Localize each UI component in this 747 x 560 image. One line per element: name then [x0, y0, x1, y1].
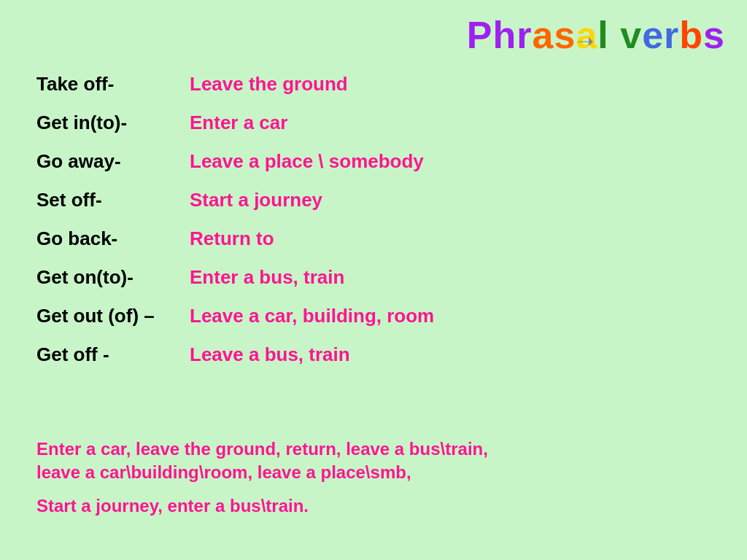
term-label: Get in(to)-	[36, 112, 182, 134]
definition-label: Leave a bus, train	[190, 343, 350, 366]
definition-label: Return to	[190, 228, 274, 250]
term-label: Get off -	[36, 343, 182, 366]
definition-label: Leave a place \ somebody	[190, 150, 424, 173]
definition-label: Enter a bus, train	[190, 266, 344, 289]
table-row: Get on(to)-Enter a bus, train	[36, 266, 434, 289]
term-label: Set off-	[36, 189, 182, 211]
term-label: Get on(to)-	[36, 266, 182, 289]
arrow-decoration: ➝	[577, 29, 594, 53]
term-label: Get out (of) –	[36, 305, 182, 327]
table-row: Get off -Leave a bus, train	[36, 343, 434, 366]
term-label: Go away-	[36, 150, 182, 173]
summary-line-1: Enter a car, leave the ground, return, l…	[36, 439, 725, 459]
table-row: Go back-Return to	[36, 228, 434, 250]
definition-label: Leave a car, building, room	[190, 305, 434, 327]
phrasal-verbs-list: Take off-Leave the groundGet in(to)-Ente…	[36, 73, 434, 382]
definition-label: Enter a car	[190, 112, 287, 134]
table-row: Get out (of) –Leave a car, building, roo…	[36, 305, 434, 327]
definition-label: Start a journey	[190, 189, 322, 211]
summary-line-2: leave a car\building\room, leave a place…	[36, 462, 725, 483]
summary-section: Enter a car, leave the ground, return, l…	[36, 439, 725, 516]
table-row: Go away-Leave a place \ somebody	[36, 150, 434, 173]
term-label: Take off-	[36, 73, 182, 96]
table-row: Take off-Leave the ground	[36, 73, 434, 96]
table-row: Set off-Start a journey	[36, 189, 434, 211]
summary-line-3: Start a journey, enter a bus\train.	[36, 496, 725, 516]
page-title: Phrasal verbs	[467, 13, 725, 57]
table-row: Get in(to)-Enter a car	[36, 112, 434, 134]
term-label: Go back-	[36, 228, 182, 250]
definition-label: Leave the ground	[190, 73, 348, 96]
